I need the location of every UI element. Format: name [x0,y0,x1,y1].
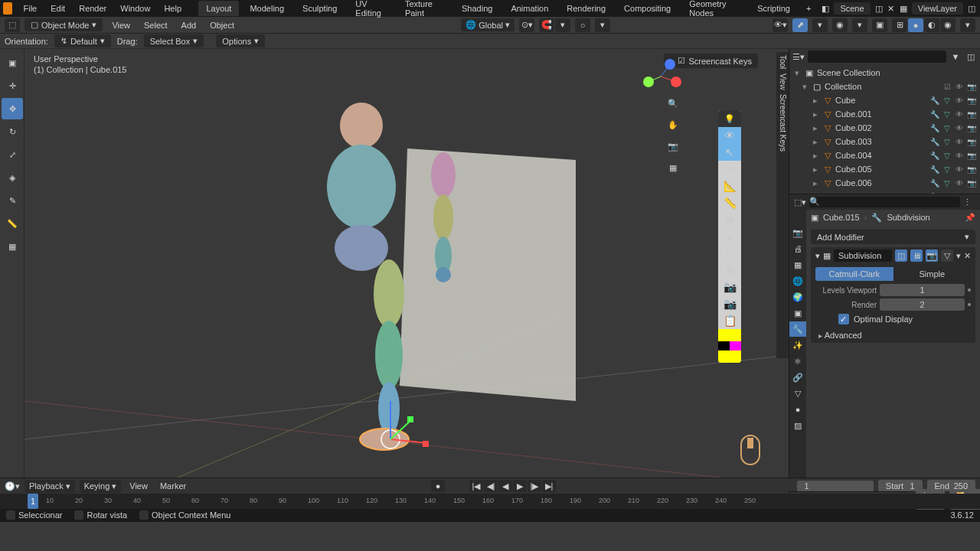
tab-render[interactable]: 📷 [789,225,806,240]
shading-wireframe[interactable]: ⊞ [892,18,907,32]
camera-icon[interactable]: 📷 [665,138,681,155]
editor-type-icon[interactable]: ⬚ [5,18,20,32]
props-search[interactable]: 🔍 [809,197,960,207]
outliner-item[interactable]: ▸▽Cube.006🔧▽👁📷 [789,176,980,190]
delete-scene-icon[interactable]: ✕ [886,2,897,15]
props-editor-icon[interactable]: ⬚▾ [794,197,806,207]
tool-select-box[interactable]: ▣ [2,52,23,73]
proportional-dropdown[interactable]: ▾ [595,18,610,32]
autokey-icon[interactable]: ● [431,480,445,492]
tab-world[interactable]: 🌍 [789,289,806,305]
viewlayer-icon[interactable]: ▦ [898,2,909,15]
simple-toggle[interactable]: Simple [893,267,972,281]
gizmo-toggle[interactable]: ⬈ [792,18,808,32]
catmull-clark-toggle[interactable]: Catmull-Clark [815,267,893,281]
modifier-realtime-icon[interactable]: 🖥 [910,249,923,262]
blender-logo-icon[interactable] [3,2,12,15]
keyframe-next-icon[interactable]: |▶ [528,480,541,492]
modifier-edit-mode-icon[interactable]: ◫ [895,249,907,262]
timeline-view[interactable]: View [126,480,152,492]
breadcrumb-object[interactable]: Cube.015 [823,213,860,222]
jump-start-icon[interactable]: |◀ [469,480,483,492]
menu-render[interactable]: Render [73,2,113,15]
new-viewlayer-icon[interactable]: ◫ [966,2,977,15]
add-modifier-dropdown[interactable]: Add Modifier▾ [811,230,975,244]
modifier-cage-icon[interactable]: ▽ [941,249,953,262]
zoom-icon[interactable]: 🔍 [665,95,681,112]
playback-dropdown[interactable]: Playback▾ [24,480,75,493]
tool-measure[interactable]: 📏 [2,213,23,234]
play-icon[interactable]: ▶ [513,480,527,492]
header-add[interactable]: Add [177,19,201,31]
new-collection-icon[interactable]: ◫ [965,51,977,63]
header-view[interactable]: View [107,19,135,31]
xray-toggle[interactable]: ▣ [872,18,887,32]
filter-icon[interactable]: ▼ [949,51,962,63]
tab-texture[interactable]: ▨ [789,418,806,433]
tool-transform[interactable]: ◈ [2,167,23,188]
menu-window[interactable]: Window [114,2,156,15]
visibility-icon[interactable]: 👁▾ [773,18,788,32]
tab-object[interactable]: ▣ [789,305,806,321]
new-scene-icon[interactable]: ◫ [874,2,884,15]
playhead[interactable]: 1 [28,494,38,509]
workspace-tab-uvediting[interactable]: UV Editing [348,0,394,21]
outliner-collection[interactable]: ▾▢Collection☑👁📷 [789,80,980,93]
modifier-render-icon[interactable]: 📷 [926,249,938,262]
breadcrumb-modifier[interactable]: Subdivision [887,213,929,222]
tool-annotate[interactable]: ✎ [2,190,23,211]
current-frame-field[interactable]: 1 [797,481,874,492]
tab-particles[interactable]: ✨ [789,337,806,353]
timeline-track[interactable]: 1 10203040506070809010011012013014015016… [0,494,980,509]
outliner-item[interactable]: ▸▽Cube.003🔧▽👁📷 [789,135,980,148]
modifier-extras-icon[interactable]: ▾ [956,251,961,261]
tab-output[interactable]: 🖨 [789,241,806,256]
3d-viewport[interactable]: User Perspective (1) Collection | Cube.0… [24,49,789,478]
snap-dropdown[interactable]: ▾ [555,18,570,32]
modifier-name-field[interactable]: Subdivision [834,249,892,262]
shading-rendered[interactable]: ◉ [940,18,956,32]
tab-data[interactable]: ▽ [789,386,806,401]
tool-scale[interactable]: ⤢ [2,144,23,165]
tab-scene[interactable]: 🌐 [789,273,806,289]
render-levels-field[interactable]: 2 [880,298,965,311]
modifier-expand-icon[interactable]: ▾ [815,251,820,261]
optimal-display-checkbox[interactable]: ✓ [838,314,849,324]
outliner-search[interactable] [808,51,946,63]
workspace-tab-compositing[interactable]: Compositing [616,1,678,16]
pivot-dropdown[interactable]: ⊙▾ [519,18,534,32]
keyframe-dot-icon[interactable] [968,303,971,306]
mode-dropdown[interactable]: ▢Object Mode▾ [24,18,103,31]
drag-dropdown[interactable]: Select Box▾ [144,34,204,47]
keyframe-prev-icon[interactable]: ◀| [484,480,498,492]
outliner-item[interactable]: ▸▽Cube.001🔧▽👁📷 [789,107,980,121]
levels-viewport-field[interactable]: 1 [880,284,965,296]
tool-cursor[interactable]: ✛ [2,75,23,96]
modifier-delete-icon[interactable]: ✕ [964,251,971,261]
props-options-icon[interactable]: ⋮ [963,197,975,207]
nav-gizmo[interactable] [639,55,681,99]
tool-move[interactable]: ✥ [2,98,23,119]
tab-constraints[interactable]: 🔗 [789,370,806,385]
overlay-dropdown[interactable]: ▾ [852,18,867,32]
outliner-scene-collection[interactable]: ▾▣Scene Collection [789,66,980,80]
workspace-tab-scripting[interactable]: Scripting [750,1,798,16]
pin-icon[interactable]: 📌 [965,213,975,223]
tab-viewlayer[interactable]: ▦ [789,257,806,272]
jump-end-icon[interactable]: ▶| [542,480,556,492]
scene-icon[interactable]: ◧ [820,2,831,15]
overlay-toggle[interactable]: ◉ [832,18,848,32]
outliner-item[interactable]: ▸▽Cube.005🔧▽👁📷 [789,162,980,176]
outliner-item[interactable]: ▸▽Cube.002🔧▽👁📷 [789,121,980,135]
header-object[interactable]: Object [205,19,239,31]
pan-icon[interactable]: ✋ [665,116,681,133]
header-select[interactable]: Select [139,19,172,31]
snap-toggle[interactable]: 🧲 [539,18,554,32]
workspace-tab-rendering[interactable]: Rendering [559,1,613,16]
menu-help[interactable]: Help [158,2,188,15]
keying-dropdown[interactable]: Keying▾ [80,480,122,493]
timeline-editor-icon[interactable]: 🕐▾ [5,481,20,491]
transform-orientation[interactable]: 🌐Global▾ [461,18,514,31]
workspace-tab-modeling[interactable]: Modeling [242,1,292,16]
tab-material[interactable]: ● [789,402,806,417]
